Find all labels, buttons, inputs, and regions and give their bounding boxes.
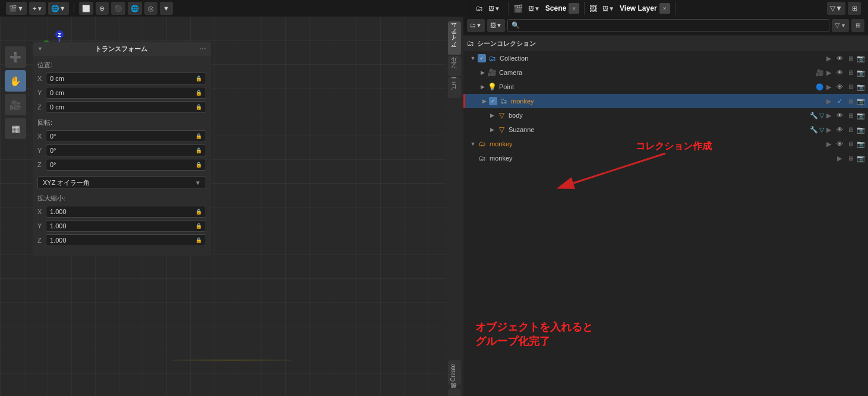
- svg-text:Z: Z: [58, 32, 61, 38]
- euler-label: XYZ オイラー角: [43, 178, 90, 187]
- pt-eye-icon[interactable]: 👁: [835, 82, 844, 92]
- rot-lock-y: 🔒: [195, 147, 202, 153]
- filter-btn[interactable]: ▽ ▼: [832, 19, 849, 32]
- outliner-layout-btn[interactable]: 🗂▼: [467, 19, 485, 32]
- viewport-circle-icon[interactable]: ⊕: [96, 2, 109, 15]
- monkey-obj-name: monkey: [490, 140, 824, 147]
- position-group: 位置: X 0 cm 🔒 Y 0 cm 🔒: [37, 61, 206, 114]
- suz-eye-icon[interactable]: 👁: [835, 125, 844, 134]
- pt-monitor-icon[interactable]: 🖥: [845, 82, 855, 92]
- outliner-view-btn[interactable]: 🖼▼: [485, 2, 503, 15]
- viewlayer-type-btn[interactable]: 🖼▼: [599, 2, 617, 15]
- mko-eye-icon[interactable]: 👁: [835, 139, 844, 149]
- suz-monitor-icon[interactable]: 🖥: [845, 125, 855, 134]
- tab-view[interactable]: ビュー: [448, 77, 461, 98]
- viewport-3d[interactable]: X Y Z ➕ ✋ 🎥 ▦ ▼: [0, 17, 463, 396]
- cam-camera-icon[interactable]: 📷: [856, 68, 866, 77]
- tab-tool[interactable]: ツール: [448, 56, 461, 76]
- body-play-icon[interactable]: ▶: [824, 111, 834, 120]
- mk-monitor-icon[interactable]: 🖥: [845, 96, 855, 106]
- panel-dots[interactable]: ···: [199, 44, 206, 54]
- monkey-coll-checkbox[interactable]: ✓: [489, 97, 497, 105]
- mk-check-icon[interactable]: ✓: [835, 96, 844, 106]
- rotation-z-input[interactable]: 0° 🔒: [46, 159, 206, 171]
- tab-item[interactable]: アイテム: [448, 21, 461, 55]
- viewport-cursor-icon[interactable]: ✦▼: [29, 2, 46, 15]
- scene-type-btn[interactable]: 🖼▼: [525, 2, 543, 15]
- mko-monitor-icon[interactable]: 🖥: [845, 139, 855, 149]
- viewport-world-icon[interactable]: 🌐▼: [48, 2, 69, 15]
- monkey-coll-icon: 🗂: [499, 96, 509, 106]
- body-eye-icon[interactable]: 👁: [835, 111, 844, 120]
- scale-z-input[interactable]: 1.000 🔒: [46, 234, 206, 246]
- cam-play-icon[interactable]: ▶: [824, 68, 834, 77]
- panel-title: トランスフォーム: [95, 45, 147, 54]
- suz-camera-icon[interactable]: 📷: [856, 125, 866, 134]
- viewlayer-close-btn[interactable]: ×: [659, 3, 670, 14]
- tree-point[interactable]: ▶ 💡 Point 🔵 ▶ 👁 🖥 📷: [463, 80, 868, 94]
- mkm-camera-icon[interactable]: 📷: [856, 153, 866, 163]
- body-icon: ▽: [497, 111, 506, 120]
- body-camera-icon[interactable]: 📷: [856, 111, 866, 120]
- sync-btn[interactable]: ⊞: [851, 19, 864, 32]
- tab-create[interactable]: Create: [448, 360, 461, 385]
- mkm-monitor-icon[interactable]: 🖥: [845, 153, 855, 163]
- viewport-menu-icon[interactable]: 🎬▼: [6, 2, 27, 15]
- rotation-label: 回転:: [37, 118, 206, 127]
- tree-camera[interactable]: ▶ 🎥 Camera 🎥 ▶ 👁 🖥 📷: [463, 65, 868, 80]
- tool-grid[interactable]: ▦: [5, 118, 26, 139]
- scale-x-input[interactable]: 1.000 🔒: [46, 206, 206, 218]
- tab-relations[interactable]: 関係: [448, 389, 461, 396]
- viewport-sphere-icon[interactable]: 🌐: [128, 2, 142, 15]
- rotation-y-input[interactable]: 0° 🔒: [46, 144, 206, 156]
- mk-camera-icon[interactable]: 📷: [856, 96, 866, 106]
- pt-play-icon[interactable]: ▶: [824, 82, 834, 92]
- mko-play-icon[interactable]: ▶: [824, 139, 834, 149]
- outliner-header: 🗂▼ 🖼▼ 🔍 ▽ ▼ ⊞: [463, 17, 868, 34]
- tool-grab[interactable]: ✋: [5, 70, 26, 92]
- pt-camera-icon[interactable]: 📷: [856, 82, 866, 92]
- mkm-play-icon[interactable]: ▶: [835, 153, 844, 163]
- collection-icon: 🗂: [488, 54, 497, 63]
- cam-eye-icon[interactable]: 👁: [835, 68, 844, 77]
- tree-monkey-collection[interactable]: ▶ ✓ 🗂 monkey ▶ ✓ 🖥 📷: [463, 94, 868, 108]
- tree-monkey-mesh[interactable]: 🗂 monkey ▶ 🖥 📷: [463, 151, 868, 165]
- col-play-icon[interactable]: ▶: [824, 54, 834, 63]
- body-monitor-icon[interactable]: 🖥: [845, 111, 855, 120]
- rot-axis-x: X: [37, 133, 46, 140]
- outliner-display-btn[interactable]: 🖼▼: [487, 19, 505, 32]
- position-z-input[interactable]: 0 cm 🔒: [46, 101, 206, 113]
- tree-suzanne[interactable]: ▶ ▽ Suzanne 🔧 ▽ ▶ 👁 🖥 📷: [463, 122, 868, 137]
- euler-dropdown[interactable]: XYZ オイラー角 ▼: [37, 176, 206, 189]
- tree-body[interactable]: ▶ ▽ body 🔧 ▽ ▶ 👁 🖥 📷: [463, 108, 868, 122]
- tool-add[interactable]: ➕: [5, 46, 26, 68]
- add-layer-btn[interactable]: ⊞: [848, 2, 861, 15]
- tree-scene-collection-header[interactable]: 🗂 シーンコレクション: [463, 36, 868, 51]
- side-tabs: アイテム ツール ビュー Create 関係: [446, 17, 463, 396]
- col-camera-icon[interactable]: 📷: [856, 54, 866, 63]
- position-y-value: 0 cm: [50, 89, 64, 96]
- tree-monkey-obj[interactable]: ▼ 🗂 monkey ▶ 👁 🖥 📷: [463, 137, 868, 151]
- viewport-wire-icon[interactable]: ◎: [144, 2, 157, 15]
- tool-camera[interactable]: 🎥: [5, 94, 26, 115]
- col-monitor-icon[interactable]: 🖥: [845, 54, 855, 63]
- search-bar[interactable]: 🔍: [507, 19, 829, 32]
- mko-camera-icon[interactable]: 📷: [856, 139, 866, 149]
- suz-play-icon[interactable]: ▶: [824, 125, 834, 134]
- position-y-input[interactable]: 0 cm 🔒: [46, 87, 206, 99]
- position-x-input[interactable]: 0 cm 🔒: [46, 73, 206, 84]
- filter-icon-btn[interactable]: ▽▼: [827, 2, 845, 15]
- scene-close-btn[interactable]: ×: [569, 3, 579, 14]
- viewport-more-icon[interactable]: ▼: [160, 2, 173, 15]
- cam-monitor-icon[interactable]: 🖥: [845, 68, 855, 77]
- viewport-quad-icon[interactable]: ⬜: [79, 2, 93, 15]
- collection-checkbox[interactable]: ✓: [478, 54, 486, 62]
- rotation-x-input[interactable]: 0° 🔒: [46, 130, 206, 142]
- scale-y-input[interactable]: 1.000 🔒: [46, 220, 206, 232]
- tree-collection[interactable]: ▼ ✓ 🗂 Collection ▶ 👁 🖥 📷: [463, 51, 868, 65]
- viewport-ball-icon[interactable]: ⚫: [111, 2, 125, 15]
- filter-chevron: ▼: [841, 23, 846, 29]
- mk-play-icon[interactable]: ▶: [824, 96, 834, 106]
- col-eye-icon[interactable]: 👁: [835, 54, 844, 63]
- search-input[interactable]: [522, 22, 825, 29]
